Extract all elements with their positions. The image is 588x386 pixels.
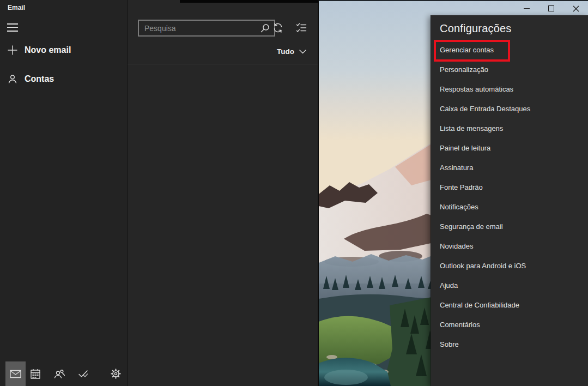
search-box[interactable] [138, 20, 275, 37]
nav-settings-button[interactable] [106, 361, 126, 386]
settings-item-novidades[interactable]: Novidades [431, 236, 588, 256]
magnifier-icon[interactable] [260, 23, 270, 33]
settings-list: Gerenciar contas Personalização Resposta… [431, 40, 588, 354]
settings-item-sobre[interactable]: Sobre [431, 334, 588, 354]
sidebar: Email Novo email Contas [0, 0, 128, 386]
titlebar-strip [180, 0, 318, 3]
nav-calendar-button[interactable] [25, 361, 45, 386]
nav-mail-button[interactable] [5, 361, 26, 386]
bottom-nav [0, 361, 127, 386]
accounts-item[interactable]: Contas [8, 74, 54, 84]
chevron-down-icon [299, 50, 306, 54]
settings-item-fonte-padrao[interactable]: Fonte Padrão [431, 177, 588, 197]
settings-item-caixa-de-entrada-destaques[interactable]: Caixa de Entrada Destaques [431, 99, 588, 118]
new-email-label: Novo email [25, 45, 71, 55]
settings-panel: Configurações Gerenciar contas Personali… [431, 15, 588, 386]
close-icon [573, 5, 579, 12]
calendar-icon [31, 369, 40, 379]
settings-item-personalizacao[interactable]: Personalização [431, 59, 588, 79]
settings-item-central-de-confiabilidade[interactable]: Central de Confiabilidade [431, 295, 588, 315]
settings-item-assinatura[interactable]: Assinatura [431, 158, 588, 177]
mail-icon [10, 370, 21, 378]
nav-tasks-button[interactable] [73, 361, 93, 386]
people-icon [54, 369, 65, 378]
settings-item-painel-de-leitura[interactable]: Painel de leitura [431, 138, 588, 158]
close-button[interactable] [563, 1, 588, 16]
settings-title: Configurações [440, 22, 512, 35]
message-list-pane: Tudo [128, 0, 318, 386]
hamburger-menu-button[interactable] [7, 23, 18, 32]
mail-app-window: Email Novo email Contas [0, 0, 588, 386]
settings-item-notificacoes[interactable]: Notificações [431, 197, 588, 216]
message-list-empty [128, 64, 318, 386]
settings-item-comentarios[interactable]: Comentários [431, 315, 588, 334]
minimize-button[interactable] [514, 1, 539, 16]
settings-item-respostas-automaticas[interactable]: Respostas automáticas [431, 79, 588, 99]
settings-item-seguranca-de-email[interactable]: Segurança de email [431, 216, 588, 236]
hamburger-icon [7, 23, 18, 25]
person-icon [8, 74, 17, 84]
nav-people-button[interactable] [49, 361, 69, 386]
settings-item-gerenciar-contas[interactable]: Gerenciar contas [431, 40, 588, 59]
maximize-icon [548, 5, 554, 11]
enter-selection-mode-button[interactable] [295, 21, 308, 34]
settings-item-ajuda[interactable]: Ajuda [431, 275, 588, 295]
settings-item-lista-de-mensagens[interactable]: Lista de mensagens [431, 118, 588, 138]
filter-value: Tudo [277, 47, 294, 56]
tasks-icon [78, 370, 88, 378]
settings-item-outlook-para-android-e-ios[interactable]: Outlook para Android e iOS [431, 256, 588, 275]
maximize-button[interactable] [539, 1, 563, 16]
plus-icon [8, 45, 17, 55]
filter-dropdown[interactable]: Tudo [277, 47, 306, 56]
minimize-icon [524, 8, 530, 9]
gear-icon [111, 369, 121, 379]
accounts-label: Contas [25, 74, 54, 84]
checklist-icon [296, 23, 307, 33]
refresh-button[interactable] [271, 21, 284, 34]
app-title: Email [8, 4, 25, 11]
new-email-button[interactable]: Novo email [8, 45, 71, 55]
window-controls [514, 1, 588, 16]
sync-icon [272, 22, 283, 33]
search-input[interactable] [143, 23, 260, 33]
